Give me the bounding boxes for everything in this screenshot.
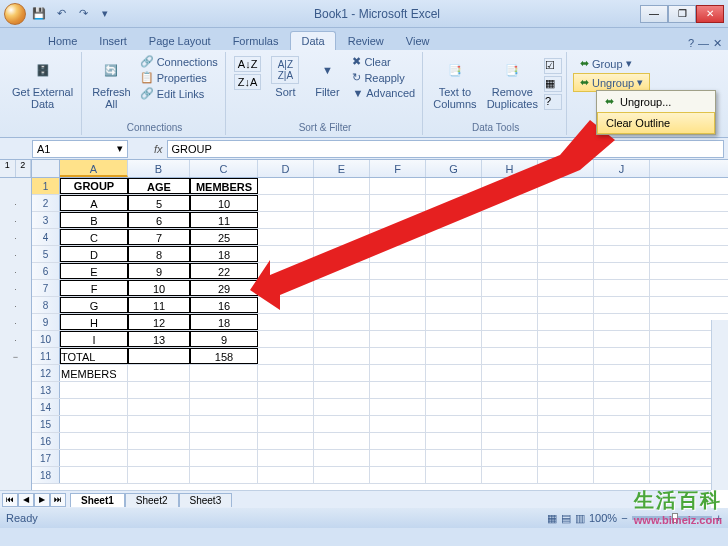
cell[interactable]: B [60, 212, 128, 228]
column-header-D[interactable]: D [258, 160, 314, 177]
cell[interactable] [370, 280, 426, 296]
tab-view[interactable]: View [396, 32, 440, 50]
minimize-ribbon-icon[interactable]: — [698, 37, 709, 50]
data-validation-button[interactable]: ☑ [544, 58, 562, 74]
cell[interactable] [594, 348, 650, 364]
cell[interactable] [426, 416, 482, 432]
cell[interactable]: C [60, 229, 128, 245]
cell[interactable] [594, 399, 650, 415]
cell[interactable] [258, 280, 314, 296]
sheet-tab-3[interactable]: Sheet3 [179, 493, 233, 507]
sort-desc-button[interactable]: Z↓A [234, 74, 262, 90]
office-button[interactable] [4, 3, 26, 25]
help-icon[interactable]: ? [688, 37, 694, 50]
row-header[interactable]: 5 [32, 246, 60, 262]
cell[interactable] [128, 365, 190, 381]
cell[interactable]: TOTAL MEMBERS [60, 348, 128, 364]
cell[interactable] [538, 246, 594, 262]
cell[interactable] [538, 263, 594, 279]
cell[interactable] [594, 365, 650, 381]
cell[interactable] [538, 433, 594, 449]
get-external-data-button[interactable]: 🗄️ Get External Data [8, 54, 77, 112]
cell[interactable] [190, 416, 258, 432]
cell[interactable] [594, 178, 650, 194]
cell[interactable] [314, 467, 370, 483]
cell[interactable] [258, 246, 314, 262]
connections-button[interactable]: 🔗Connections [137, 54, 221, 69]
cell[interactable] [60, 450, 128, 466]
cell[interactable] [258, 212, 314, 228]
cell[interactable]: 6 [128, 212, 190, 228]
doc-close-icon[interactable]: ✕ [713, 37, 722, 50]
filter-button[interactable]: ▼ Filter [307, 54, 347, 100]
cell[interactable] [482, 229, 538, 245]
cell[interactable] [426, 450, 482, 466]
fx-icon[interactable]: fx [154, 143, 163, 155]
cell[interactable] [594, 280, 650, 296]
cell[interactable] [370, 450, 426, 466]
cell[interactable]: 5 [128, 195, 190, 211]
cell[interactable] [314, 280, 370, 296]
cell[interactable] [370, 178, 426, 194]
cell[interactable] [258, 467, 314, 483]
cell[interactable] [190, 382, 258, 398]
sheet-nav-prev[interactable]: ◀ [18, 493, 34, 507]
cell[interactable] [314, 297, 370, 313]
row-header[interactable]: 16 [32, 433, 60, 449]
cell[interactable] [370, 399, 426, 415]
cell[interactable] [128, 399, 190, 415]
cell[interactable] [258, 178, 314, 194]
properties-button[interactable]: 📋Properties [137, 70, 221, 85]
cell[interactable] [594, 263, 650, 279]
cell[interactable] [370, 212, 426, 228]
cell[interactable]: F [60, 280, 128, 296]
cell[interactable] [538, 229, 594, 245]
clear-filter-button[interactable]: ✖Clear [349, 54, 418, 69]
cell[interactable] [482, 365, 538, 381]
cell[interactable] [314, 416, 370, 432]
cell[interactable] [314, 246, 370, 262]
cell[interactable] [426, 246, 482, 262]
cell[interactable] [128, 382, 190, 398]
cell[interactable] [128, 433, 190, 449]
cell[interactable] [258, 348, 314, 364]
row-header[interactable]: 6 [32, 263, 60, 279]
view-normal-icon[interactable]: ▦ [547, 512, 557, 525]
cell[interactable] [482, 399, 538, 415]
cell[interactable]: 13 [128, 331, 190, 347]
cell[interactable] [128, 450, 190, 466]
cell[interactable] [314, 178, 370, 194]
cell[interactable] [426, 314, 482, 330]
cell[interactable] [426, 178, 482, 194]
consolidate-button[interactable]: ▦ [544, 76, 562, 92]
row-header[interactable]: 3 [32, 212, 60, 228]
cell[interactable] [128, 416, 190, 432]
row-header[interactable]: 15 [32, 416, 60, 432]
cell[interactable] [370, 467, 426, 483]
row-header[interactable]: 7 [32, 280, 60, 296]
cell[interactable] [314, 331, 370, 347]
cell[interactable] [370, 433, 426, 449]
cell[interactable] [128, 348, 190, 364]
column-header-I[interactable]: I [538, 160, 594, 177]
cell[interactable] [258, 365, 314, 381]
cell[interactable] [370, 246, 426, 262]
cell[interactable] [426, 433, 482, 449]
row-header[interactable]: 2 [32, 195, 60, 211]
cell[interactable] [482, 433, 538, 449]
outline-level-1[interactable]: 1 [0, 160, 16, 177]
outline-row-mark[interactable]: · [0, 280, 31, 297]
outline-row-mark[interactable] [0, 450, 31, 467]
zoom-out-button[interactable]: − [621, 512, 627, 524]
cell[interactable] [482, 280, 538, 296]
cell[interactable] [258, 433, 314, 449]
cell[interactable]: 7 [128, 229, 190, 245]
cell[interactable] [482, 178, 538, 194]
cell[interactable] [370, 331, 426, 347]
column-header-A[interactable]: A [60, 160, 128, 177]
cell[interactable] [594, 297, 650, 313]
close-button[interactable]: ✕ [696, 5, 724, 23]
vertical-scrollbar[interactable] [711, 320, 728, 490]
group-button[interactable]: ⬌Group▾ [573, 54, 639, 73]
cell[interactable]: D [60, 246, 128, 262]
